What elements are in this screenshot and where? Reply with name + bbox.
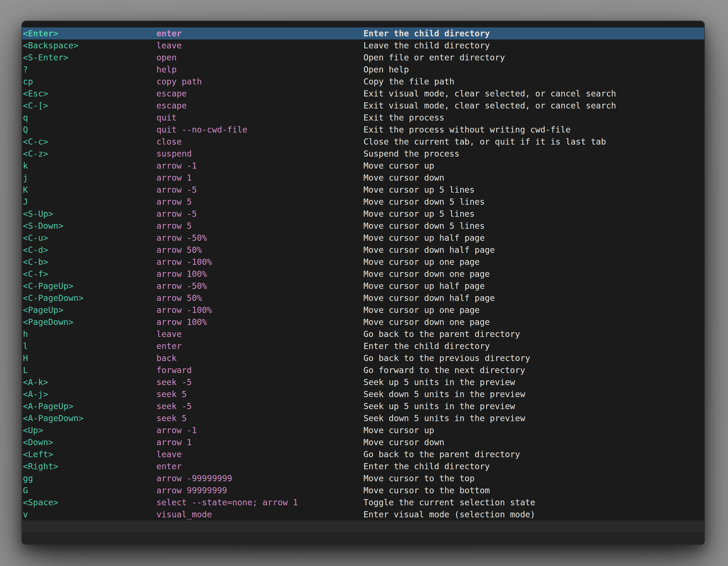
key-cell: <C-u> bbox=[23, 232, 156, 244]
keybinding-row[interactable]: cp copy path Copy the file path bbox=[22, 76, 704, 88]
command-cell: arrow 5 bbox=[156, 220, 363, 232]
keybinding-row[interactable]: <S-Up> arrow -5 Move cursor up 5 lines bbox=[22, 208, 704, 220]
keybinding-row[interactable]: v visual_mode Enter visual mode (selecti… bbox=[22, 508, 704, 520]
keybinding-row[interactable]: L forward Go forward to the next directo… bbox=[22, 364, 704, 376]
key-cell: <C-f> bbox=[23, 268, 156, 280]
description-cell: Move cursor up one page bbox=[363, 256, 703, 268]
command-cell: arrow -50% bbox=[156, 280, 363, 292]
keybinding-row[interactable]: <A-k> seek -5 Seek up 5 units in the pre… bbox=[22, 376, 704, 388]
window-bottom-padding bbox=[22, 532, 704, 544]
keybinding-row[interactable]: <Esc> escape Exit visual mode, clear sel… bbox=[22, 88, 704, 100]
description-cell: Exit the process without writing cwd-fil… bbox=[363, 124, 703, 136]
key-cell: J bbox=[23, 196, 156, 208]
keybinding-row[interactable]: k arrow -1 Move cursor up bbox=[22, 160, 704, 172]
keybinding-row[interactable]: <Right> enter Enter the child directory bbox=[22, 460, 704, 472]
description-cell: Seek up 5 units in the preview bbox=[363, 400, 703, 412]
key-cell: <Left> bbox=[23, 448, 156, 460]
command-cell: seek 5 bbox=[156, 388, 363, 400]
description-cell: Move cursor down one page bbox=[363, 268, 703, 280]
command-cell: arrow 100% bbox=[156, 316, 363, 328]
command-cell: arrow 1 bbox=[156, 436, 363, 448]
keybinding-row[interactable]: <C-c> close Close the current tab, or qu… bbox=[22, 136, 704, 148]
description-cell: Open file or enter directory bbox=[363, 51, 703, 64]
keybinding-row[interactable]: <C-d> arrow 50% Move cursor down half pa… bbox=[22, 244, 704, 256]
keybinding-row[interactable]: <Left> leave Go back to the parent direc… bbox=[22, 448, 704, 460]
keybinding-row[interactable]: <A-PageUp> seek -5 Seek up 5 units in th… bbox=[22, 400, 704, 412]
keybinding-row[interactable]: <C-PageUp> arrow -50% Move cursor up hal… bbox=[22, 280, 704, 292]
keybinding-row[interactable]: <S-Down> arrow 5 Move cursor down 5 line… bbox=[22, 220, 704, 232]
keybinding-row[interactable]: <C-[> escape Exit visual mode, clear sel… bbox=[22, 100, 704, 112]
keybinding-row[interactable]: Q quit --no-cwd-file Exit the process wi… bbox=[22, 124, 704, 136]
keybinding-row[interactable]: <C-f> arrow 100% Move cursor down one pa… bbox=[22, 268, 704, 280]
key-cell: <Space> bbox=[23, 496, 156, 508]
key-cell: H bbox=[23, 352, 156, 364]
keybinding-row[interactable]: J arrow 5 Move cursor down 5 lines bbox=[22, 196, 704, 208]
command-cell: copy path bbox=[156, 76, 363, 88]
keybinding-row[interactable]: gg arrow -99999999 Move cursor to the to… bbox=[22, 472, 704, 484]
desktop-background: <Enter> enter Enter the child directory … bbox=[0, 0, 728, 566]
command-cell: arrow -1 bbox=[156, 160, 363, 172]
command-cell: enter bbox=[156, 460, 363, 472]
key-cell: <PageDown> bbox=[23, 316, 156, 328]
command-cell: arrow -100% bbox=[156, 256, 363, 268]
description-cell: Exit the process bbox=[363, 112, 703, 124]
keybinding-row[interactable]: G arrow 99999999 Move cursor to the bott… bbox=[22, 484, 704, 496]
command-cell: arrow -5 bbox=[156, 184, 363, 196]
description-cell: Move cursor down bbox=[363, 172, 703, 184]
key-cell: G bbox=[23, 484, 156, 496]
keybinding-row[interactable]: l enter Enter the child directory bbox=[22, 340, 704, 352]
description-cell: Move cursor down half page bbox=[363, 292, 703, 304]
command-cell: seek 5 bbox=[156, 412, 363, 424]
keybinding-row[interactable]: <PageDown> arrow 100% Move cursor down o… bbox=[22, 316, 704, 328]
command-cell: arrow 100% bbox=[156, 268, 363, 280]
description-cell: Seek down 5 units in the preview bbox=[363, 412, 703, 424]
command-cell: escape bbox=[156, 88, 363, 100]
command-cell: arrow 50% bbox=[156, 292, 363, 304]
description-cell: Move cursor to the bottom bbox=[363, 484, 703, 496]
key-cell: <A-j> bbox=[23, 388, 156, 400]
description-cell: Enter the child directory bbox=[363, 27, 703, 39]
keybinding-row[interactable]: <C-PageDown> arrow 50% Move cursor down … bbox=[22, 292, 704, 304]
keybinding-row[interactable]: <Enter> enter Enter the child directory bbox=[22, 27, 704, 39]
description-cell: Seek down 5 units in the preview bbox=[363, 388, 703, 400]
description-cell: Seek up 5 units in the preview bbox=[363, 376, 703, 388]
key-cell: <Backspace> bbox=[23, 39, 156, 51]
command-cell: open bbox=[156, 51, 363, 64]
keybinding-row[interactable]: h leave Go back to the parent directory bbox=[22, 328, 704, 340]
keybinding-row[interactable]: <C-z> suspend Suspend the process bbox=[22, 148, 704, 160]
keybinding-row[interactable]: q quit Exit the process bbox=[22, 112, 704, 124]
description-cell: Exit visual mode, clear selected, or can… bbox=[363, 100, 703, 112]
description-cell: Enter the child directory bbox=[363, 460, 703, 472]
command-cell: escape bbox=[156, 100, 363, 112]
command-cell: seek -5 bbox=[156, 400, 363, 412]
keybinding-row[interactable]: H back Go back to the previous directory bbox=[22, 352, 704, 364]
command-cell: select --state=none; arrow 1 bbox=[156, 496, 363, 508]
keybinding-row[interactable]: ? help Open help bbox=[22, 64, 704, 76]
command-cell: back bbox=[156, 352, 363, 364]
key-cell: <C-PageUp> bbox=[23, 280, 156, 292]
keybinding-row[interactable]: <PageUp> arrow -100% Move cursor up one … bbox=[22, 304, 704, 316]
key-cell: <C-b> bbox=[23, 256, 156, 268]
keybinding-row[interactable]: j arrow 1 Move cursor down bbox=[22, 172, 704, 184]
keybinding-row[interactable]: <Space> select --state=none; arrow 1 Tog… bbox=[22, 496, 704, 508]
keybinding-row[interactable]: <S-Enter> open Open file or enter direct… bbox=[22, 51, 704, 64]
key-cell: <C-[> bbox=[23, 100, 156, 112]
description-cell: Leave the child directory bbox=[363, 39, 703, 51]
keybinding-row[interactable]: <Down> arrow 1 Move cursor down bbox=[22, 436, 704, 448]
description-cell: Move cursor down bbox=[363, 436, 703, 448]
description-cell: Move cursor up 5 lines bbox=[363, 184, 703, 196]
keybinding-row[interactable]: <C-u> arrow -50% Move cursor up half pag… bbox=[22, 232, 704, 244]
keybinding-row[interactable]: K arrow -5 Move cursor up 5 lines bbox=[22, 184, 704, 196]
command-cell: arrow 1 bbox=[156, 172, 363, 184]
keybinding-row[interactable]: <C-b> arrow -100% Move cursor up one pag… bbox=[22, 256, 704, 268]
key-cell: ? bbox=[23, 64, 156, 76]
terminal-window: <Enter> enter Enter the child directory … bbox=[22, 21, 704, 544]
keybinding-row[interactable]: <Up> arrow -1 Move cursor up bbox=[22, 424, 704, 436]
description-cell: Go back to the parent directory bbox=[363, 448, 703, 460]
keybinding-row[interactable]: <Backspace> leave Leave the child direct… bbox=[22, 39, 704, 51]
description-cell: Suspend the process bbox=[363, 148, 703, 160]
command-cell: leave bbox=[156, 328, 363, 340]
keybinding-row[interactable]: <A-j> seek 5 Seek down 5 units in the pr… bbox=[22, 388, 704, 400]
keybinding-row[interactable]: <A-PageDown> seek 5 Seek down 5 units in… bbox=[22, 412, 704, 424]
command-cell: enter bbox=[156, 27, 363, 39]
